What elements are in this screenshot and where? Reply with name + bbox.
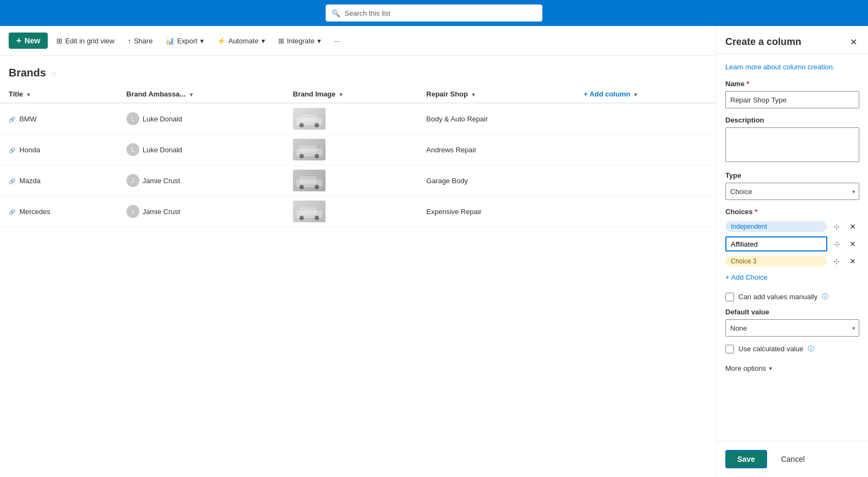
car-svg-2	[294, 171, 324, 190]
car-image-3	[293, 201, 326, 222]
can-add-values-checkbox[interactable]	[725, 293, 734, 301]
default-value-label: Default value	[725, 308, 859, 316]
cell-empty-1	[575, 134, 716, 165]
choice-3-reorder-icon[interactable]: ⊹	[830, 255, 843, 268]
more-options-chevron-icon: ▾	[769, 365, 772, 371]
svg-point-6	[299, 154, 304, 158]
can-add-values-row: Can add values manually ⓘ	[725, 292, 859, 301]
default-value-select-wrapper: None ▾	[725, 319, 859, 337]
default-value-select[interactable]: None	[725, 319, 859, 337]
toolbar: + New ⊞ Edit in grid view ↑ Share 📊 Expo…	[0, 26, 716, 56]
choice-2-delete-button[interactable]: ✕	[847, 237, 860, 250]
page-title: Brands	[9, 67, 46, 79]
create-column-panel: Create a column ✕ Learn more about colum…	[716, 26, 868, 477]
cell-empty-3	[575, 196, 716, 227]
pin-icon-3: 🔗	[9, 209, 15, 215]
search-icon: 🔍	[331, 9, 340, 17]
cell-brand-image-1	[284, 134, 418, 165]
cell-title-2: 🔗 Mazda	[0, 165, 118, 196]
title-sort-icon: ▾	[27, 92, 30, 98]
close-button[interactable]: ✕	[848, 35, 859, 49]
col-brand-ambassador[interactable]: Brand Ambassa... ▾	[118, 86, 284, 103]
table-row: 🔗 BMW L Luke Donald	[0, 103, 716, 134]
new-button[interactable]: + New	[9, 33, 48, 49]
use-calculated-checkbox[interactable]	[725, 345, 734, 353]
choices-required-star: *	[755, 208, 757, 216]
export-label: Export	[177, 37, 197, 45]
panel-header: Create a column ✕	[717, 26, 868, 54]
col-add-column[interactable]: + Add column ▾	[575, 86, 716, 103]
choice-1-delete-button[interactable]: ✕	[846, 220, 859, 233]
choice-input-affiliated[interactable]	[725, 236, 827, 252]
choice-item-3: Choice 3 ⊹ ✕	[725, 255, 859, 268]
car-image-0	[293, 108, 326, 130]
use-calculated-label: Use calculated value	[738, 345, 803, 353]
more-icon: ···	[334, 37, 340, 45]
search-box[interactable]: 🔍 Search this list	[326, 4, 542, 22]
avatar-2: J	[126, 174, 139, 187]
pin-icon-1: 🔗	[9, 147, 15, 153]
cell-repair-shop-3: Expensive Repair	[418, 196, 575, 227]
cell-empty-2	[575, 165, 716, 196]
top-bar: 🔍 Search this list	[0, 0, 868, 26]
add-choice-button[interactable]: + Add Choice	[725, 271, 859, 283]
share-button[interactable]: ↑ Share	[123, 34, 157, 48]
car-image-2	[293, 170, 326, 191]
integrate-button[interactable]: ⊞ Integrate ▾	[274, 34, 326, 48]
more-options-button[interactable]: More options ▾	[725, 360, 859, 377]
use-calculated-info-icon[interactable]: ⓘ	[808, 344, 814, 353]
use-calculated-row: Use calculated value ⓘ	[725, 344, 859, 353]
choice-3-delete-button[interactable]: ✕	[846, 255, 859, 268]
share-icon: ↑	[127, 37, 131, 45]
data-table: Title ▾ Brand Ambassa... ▾ Brand Image ▾…	[0, 86, 716, 227]
choice-tag-choice3: Choice 3	[725, 256, 827, 267]
plus-icon: +	[16, 36, 21, 46]
cancel-button[interactable]: Cancel	[773, 451, 814, 467]
svg-rect-13	[299, 207, 317, 215]
panel-body: Learn more about column creation. Name *…	[717, 54, 868, 441]
svg-point-15	[315, 216, 319, 220]
col-title[interactable]: Title ▾	[0, 86, 118, 103]
save-button[interactable]: Save	[725, 450, 767, 468]
col-brand-image[interactable]: Brand Image ▾	[284, 86, 418, 103]
svg-rect-5	[299, 145, 317, 153]
choice-tag-independent: Independent	[725, 221, 827, 232]
pin-icon-2: 🔗	[9, 178, 15, 184]
col-repair-shop[interactable]: Repair Shop ▾	[418, 86, 575, 103]
more-button[interactable]: ···	[330, 34, 344, 48]
favorite-icon[interactable]: ☆	[50, 69, 58, 78]
cell-brand-image-0	[284, 103, 418, 134]
cell-repair-shop-0: Body & Auto Repair	[418, 103, 575, 134]
left-panel: + New ⊞ Edit in grid view ↑ Share 📊 Expo…	[0, 26, 716, 477]
svg-rect-1	[299, 114, 317, 122]
repair-shop-sort-icon: ▾	[472, 92, 475, 98]
name-field-label: Name *	[725, 80, 859, 88]
required-star: *	[746, 80, 749, 88]
table-header-row: Title ▾ Brand Ambassa... ▾ Brand Image ▾…	[0, 86, 716, 103]
add-col-chevron-icon: ▾	[634, 92, 637, 98]
export-icon: 📊	[165, 37, 174, 45]
description-field-label: Description	[725, 116, 859, 124]
type-field-label: Type	[725, 171, 859, 179]
svg-point-10	[299, 185, 304, 189]
edit-grid-view-button[interactable]: ⊞ Edit in grid view	[52, 34, 119, 48]
export-button[interactable]: 📊 Export ▾	[161, 34, 208, 48]
description-input[interactable]	[725, 127, 859, 162]
can-add-values-info-icon[interactable]: ⓘ	[822, 292, 828, 301]
cell-ambassador-3: J Jamie Crust	[118, 196, 284, 227]
cell-repair-shop-1: Andrews Repair	[418, 134, 575, 165]
learn-more-link[interactable]: Learn more about column creation.	[725, 63, 859, 71]
svg-point-7	[315, 154, 319, 158]
choice-2-reorder-icon[interactable]: ⊹	[831, 237, 844, 250]
cell-empty-0	[575, 103, 716, 134]
choices-section-label: Choices *	[725, 208, 859, 216]
car-svg-1	[294, 140, 324, 159]
name-input[interactable]	[725, 91, 859, 108]
automate-button[interactable]: ⚡ Automate ▾	[213, 34, 270, 48]
choice-1-reorder-icon[interactable]: ⊹	[830, 220, 843, 233]
export-chevron-icon: ▾	[200, 37, 204, 45]
cell-title-0: 🔗 BMW	[0, 103, 118, 134]
type-select[interactable]: Choice	[725, 183, 859, 200]
more-options-label: More options	[725, 364, 766, 372]
car-svg-3	[294, 202, 324, 221]
